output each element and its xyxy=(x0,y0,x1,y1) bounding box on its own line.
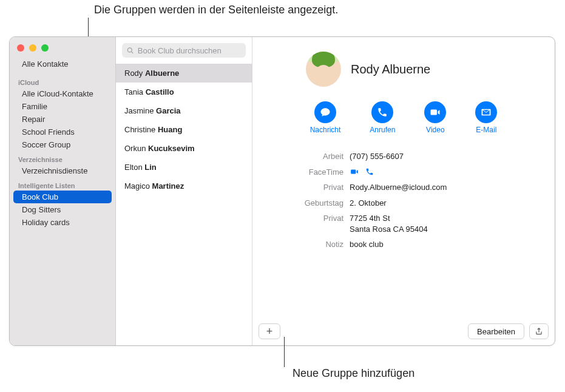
field-note: Notiz book club xyxy=(252,237,530,252)
callout-add-group: Neue Gruppe hinzufügen xyxy=(293,367,414,380)
list-item[interactable]: Tania Castillo xyxy=(116,83,252,101)
fullscreen-button[interactable] xyxy=(41,44,49,52)
address-line2: Santa Rosa CA 95404 xyxy=(350,225,428,234)
email-icon xyxy=(475,101,497,123)
detail-header: Rody Albuerne xyxy=(252,37,555,96)
sidebar-item-book-club[interactable]: Book Club xyxy=(13,191,112,203)
avatar[interactable] xyxy=(306,52,341,87)
sidebar-item-directory-services[interactable]: Verzeichnisdienste xyxy=(13,164,112,177)
contact-last: Kucuksevim xyxy=(148,144,195,153)
contact-first: Elton xyxy=(124,163,143,172)
sidebar-header-smart-lists: Intelligente Listen xyxy=(10,177,115,191)
contact-first: Magico xyxy=(124,181,150,191)
field-private-address: Privat 7725 4th St Santa Rosa CA 95404 xyxy=(252,211,530,237)
share-button[interactable] xyxy=(529,323,549,339)
action-call[interactable]: Anrufen xyxy=(370,101,395,134)
contact-list: Rody Albuerne Tania Castillo Jasmine Gar… xyxy=(116,37,252,345)
field-label: Privat xyxy=(252,182,350,193)
list-item[interactable]: Jasmine Garcia xyxy=(116,101,252,120)
field-facetime: FaceTime xyxy=(252,164,530,180)
detail-fields: Arbeit (707) 555-6607 FaceTime Privat Ro… xyxy=(252,145,555,252)
field-private-email: Privat Rody.Albuerne@icloud.com xyxy=(252,180,530,195)
sidebar-item-repair[interactable]: Repair xyxy=(13,113,112,126)
search-input[interactable] xyxy=(138,46,241,55)
callout-line xyxy=(284,337,285,367)
edit-button[interactable]: Bearbeiten xyxy=(468,323,524,339)
contact-first: Jasmine xyxy=(124,106,154,115)
field-label: Privat xyxy=(252,213,350,234)
share-icon xyxy=(535,326,543,336)
contact-detail: Rody Albuerne Nachricht Anrufen Video xyxy=(252,37,555,345)
sidebar-header-directories: Verzeichnisse xyxy=(10,151,115,164)
field-label: Geburtstag xyxy=(252,198,350,209)
sidebar: Alle Kontakte iCloud Alle iCloud-Kontakt… xyxy=(10,37,116,345)
video-icon xyxy=(424,101,446,123)
sidebar-item-family[interactable]: Familie xyxy=(13,100,112,113)
action-label: Nachricht xyxy=(310,126,341,134)
action-label: Anrufen xyxy=(370,126,395,134)
field-label: FaceTime xyxy=(252,167,350,178)
action-message[interactable]: Nachricht xyxy=(310,101,341,134)
sidebar-item-all-contacts[interactable]: Alle Kontakte xyxy=(13,58,112,70)
action-row: Nachricht Anrufen Video E-Mail xyxy=(252,96,555,145)
minimize-button[interactable] xyxy=(29,44,36,52)
field-value[interactable]: Rody.Albuerne@icloud.com xyxy=(350,182,530,193)
sidebar-item-holiday-cards[interactable]: Holiday cards xyxy=(13,216,112,229)
action-label: E-Mail xyxy=(476,126,496,134)
list-item[interactable]: Orkun Kucuksevim xyxy=(116,139,252,158)
search-icon xyxy=(127,47,134,55)
phone-icon xyxy=(371,101,393,123)
callout-sidebar-groups: Die Gruppen werden in der Seitenleiste a… xyxy=(94,4,338,16)
contact-last: Martinez xyxy=(152,181,184,191)
window-controls xyxy=(10,41,115,58)
sidebar-item-icloud-all[interactable]: Alle iCloud-Kontakte xyxy=(13,87,112,100)
plus-icon: + xyxy=(266,325,273,338)
address-line1: 7725 4th St xyxy=(350,214,390,223)
field-label: Notiz xyxy=(252,239,350,250)
action-label: Video xyxy=(426,126,444,134)
search-field[interactable] xyxy=(122,43,246,58)
contact-last: Castillo xyxy=(146,87,174,96)
field-value xyxy=(350,167,530,178)
facetime-video-icon[interactable] xyxy=(350,167,359,176)
field-value[interactable]: 7725 4th St Santa Rosa CA 95404 xyxy=(350,213,530,234)
facetime-phone-icon[interactable] xyxy=(365,167,374,176)
detail-footer: + Bearbeiten xyxy=(259,323,549,339)
sidebar-item-school-friends[interactable]: School Friends xyxy=(13,126,112,138)
field-value[interactable]: (707) 555-6607 xyxy=(350,151,530,162)
action-video[interactable]: Video xyxy=(424,101,446,134)
field-birthday: Geburtstag 2. Oktober xyxy=(252,195,530,211)
list-item[interactable]: Magico Martinez xyxy=(116,177,252,195)
close-button[interactable] xyxy=(17,44,24,52)
sidebar-item-dog-sitters[interactable]: Dog Sitters xyxy=(13,203,112,216)
field-label: Arbeit xyxy=(252,151,350,162)
contact-last: Huang xyxy=(158,125,182,134)
action-email[interactable]: E-Mail xyxy=(475,101,497,134)
contact-last: Garcia xyxy=(156,106,180,115)
field-value: 2. Oktober xyxy=(350,198,530,209)
add-button[interactable]: + xyxy=(259,323,280,339)
contacts-window: Alle Kontakte iCloud Alle iCloud-Kontakt… xyxy=(9,36,555,346)
contact-first: Orkun xyxy=(124,144,146,153)
list-item[interactable]: Rody Albuerne xyxy=(116,64,252,83)
contact-name: Rody Albuerne xyxy=(351,63,430,76)
contact-first: Tania xyxy=(124,87,143,96)
contact-last: Albuerne xyxy=(145,69,179,78)
list-item[interactable]: Elton Lin xyxy=(116,158,252,177)
contact-first: Christine xyxy=(124,125,155,134)
contact-last: Lin xyxy=(144,163,157,172)
list-item[interactable]: Christine Huang xyxy=(116,120,252,139)
field-value[interactable]: book club xyxy=(350,239,530,250)
sidebar-header-icloud: iCloud xyxy=(10,74,115,87)
field-work-phone: Arbeit (707) 555-6607 xyxy=(252,149,530,164)
message-icon xyxy=(314,101,336,123)
sidebar-item-soccer-group[interactable]: Soccer Group xyxy=(13,138,112,151)
contact-first: Rody xyxy=(124,69,143,78)
